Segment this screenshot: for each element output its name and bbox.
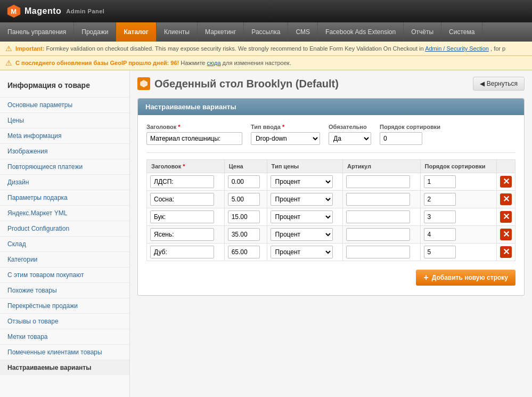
option-price-type-select[interactable]: Процент Фиксированная — [271, 246, 333, 258]
nav-item-reports[interactable]: Отчёты — [404, 22, 441, 42]
sidebar-item-gift[interactable]: Параметры подарка — [0, 190, 129, 205]
sidebar-item-wishlist[interactable]: Помеченные клиентами товары — [0, 344, 129, 360]
delete-icon: ✕ — [503, 213, 510, 221]
sort-input[interactable] — [380, 132, 422, 145]
form-separator — [146, 152, 515, 153]
nav-item-mailing[interactable]: Рассылка — [244, 22, 288, 42]
option-sort-input[interactable] — [424, 193, 456, 206]
nav-item-catalog[interactable]: Каталог — [116, 22, 157, 42]
required-select[interactable]: Да Нет — [329, 132, 371, 145]
option-title-input[interactable] — [150, 193, 214, 206]
nav-item-marketing[interactable]: Маркетинг — [198, 22, 244, 42]
option-title-input[interactable] — [150, 246, 214, 258]
back-label: Вернуться — [487, 80, 518, 87]
col-header-price-type: Тип цены — [267, 160, 342, 173]
delete-row-button[interactable]: ✕ — [500, 246, 512, 258]
sidebar-item-basics[interactable]: Основные параметры — [0, 97, 129, 112]
option-price-type-select[interactable]: Процент Фиксированная — [271, 175, 333, 188]
col-header-title: Заголовок * — [147, 160, 225, 173]
nav-item-sales[interactable]: Продажи — [74, 22, 116, 42]
alert-geoip-link[interactable]: сюда — [207, 60, 221, 66]
sidebar-item-custom-options[interactable]: Настраиваемые варианты — [0, 360, 129, 375]
option-sort-input[interactable] — [424, 246, 456, 258]
delete-row-button[interactable]: ✕ — [500, 211, 512, 223]
delete-row-button[interactable]: ✕ — [500, 176, 512, 188]
sidebar-item-tags[interactable]: Метки товара — [0, 329, 129, 344]
sidebar-item-crosssell[interactable]: Перекрёстные продажи — [0, 298, 129, 313]
info-icon: ⚠ — [5, 59, 12, 67]
sidebar-item-meta[interactable]: Meta информация — [0, 128, 129, 143]
option-price-type-select[interactable]: Процент Фиксированная — [271, 228, 333, 241]
option-sku-input[interactable] — [346, 175, 410, 188]
sidebar-item-reviews[interactable]: Отзывы о товаре — [0, 313, 129, 329]
sidebar-item-related[interactable]: Похожие товары — [0, 282, 129, 298]
sidebar-item-yandex[interactable]: Яндекс.Маркет YML — [0, 205, 129, 221]
option-price-input[interactable] — [228, 246, 260, 258]
sidebar-item-design[interactable]: Дизайн — [0, 174, 129, 190]
add-row-button[interactable]: + Добавить новую строку — [416, 270, 515, 286]
option-price-input[interactable] — [228, 175, 260, 188]
option-price-type-select[interactable]: Процент Фиксированная — [271, 210, 333, 223]
table-row: Процент Фиксированная ✕ — [147, 226, 515, 244]
option-price-input[interactable] — [228, 210, 260, 223]
add-row-label: Добавить новую строку — [432, 274, 508, 281]
delete-icon: ✕ — [503, 230, 510, 239]
table-row: Процент Фиксированная ✕ — [147, 191, 515, 208]
page-title: Обеденный стол Brooklyn (Default) — [137, 77, 339, 90]
alert-security-link[interactable]: Admin / Security Section — [425, 45, 489, 52]
alert-important-label: Important: — [15, 45, 44, 52]
top-header: M Magento Admin Panel — [0, 0, 532, 22]
title-field-group: Заголовок * — [146, 124, 242, 145]
required-field-group: Обязательно Да Нет — [329, 124, 371, 145]
option-sort-input[interactable] — [424, 210, 456, 223]
delete-icon: ✕ — [503, 248, 510, 256]
page-title-row: Обеденный стол Brooklyn (Default) ◀ Верн… — [137, 77, 525, 91]
options-table: Заголовок * Цена Тип цены Артикул Порядо… — [146, 159, 515, 261]
col-header-sort: Порядок сортировки — [420, 160, 496, 173]
sidebar-item-warehouse[interactable]: Склад — [0, 236, 129, 252]
sidebar-item-product-config[interactable]: Product Configuration — [0, 221, 129, 236]
sidebar-item-prices[interactable]: Цены — [0, 112, 129, 128]
alert-geoip-prefix: С последнего обновления базы GeoIP прошл… — [15, 60, 179, 66]
sidebar-title: Информация о товаре — [0, 76, 129, 97]
section-title: Настраиваемые варианты — [145, 103, 236, 111]
sidebar-item-categories[interactable]: Категории — [0, 252, 129, 267]
plus-icon: + — [423, 273, 428, 282]
title-input[interactable] — [146, 132, 242, 145]
option-title-input[interactable] — [150, 228, 214, 241]
nav-item-dashboard[interactable]: Панель управления — [0, 22, 74, 42]
table-row: Процент Фиксированная ✕ — [147, 244, 515, 261]
svg-text:M: M — [11, 7, 17, 15]
option-title-input[interactable] — [150, 210, 214, 223]
option-sku-input[interactable] — [346, 228, 410, 241]
option-price-type-select[interactable]: Процент Фиксированная — [271, 193, 333, 206]
type-select[interactable]: Drop-down Radio Buttons Checkbox Multipl… — [251, 132, 320, 145]
delete-icon: ✕ — [503, 195, 510, 204]
option-sort-input[interactable] — [424, 228, 456, 241]
nav-item-system[interactable]: Система — [441, 22, 482, 42]
option-sku-input[interactable] — [346, 193, 410, 206]
option-price-input[interactable] — [228, 228, 260, 241]
option-sort-input[interactable] — [424, 175, 456, 188]
sort-field-group: Порядок сортировки — [380, 124, 440, 145]
alert-security: ⚠ Important: Formkey validation on check… — [0, 42, 532, 56]
nav-item-facebook[interactable]: Facebook Ads Extension — [318, 22, 404, 42]
alert-security-suffix: , for p — [490, 45, 505, 52]
logo-admin: Admin Panel — [66, 8, 104, 14]
option-price-input[interactable] — [228, 193, 260, 206]
option-sku-input[interactable] — [346, 210, 410, 223]
sidebar-item-images[interactable]: Изображения — [0, 143, 129, 159]
nav-item-customers[interactable]: Клиенты — [157, 22, 198, 42]
delete-row-button[interactable]: ✕ — [500, 229, 512, 240]
sidebar-item-upsell[interactable]: С этим товаром покупают — [0, 267, 129, 282]
option-title-input[interactable] — [150, 175, 214, 188]
logo-title: Magento — [24, 6, 61, 16]
delete-row-button[interactable]: ✕ — [500, 193, 512, 205]
svg-marker-2 — [140, 80, 148, 87]
sidebar-item-recurring[interactable]: Повторяющиеся платежи — [0, 159, 129, 174]
title-field-label: Заголовок * — [146, 124, 242, 130]
back-button[interactable]: ◀ Вернуться — [473, 77, 525, 91]
warning-icon: ⚠ — [5, 44, 12, 53]
option-sku-input[interactable] — [346, 246, 410, 258]
nav-item-cms[interactable]: CMS — [288, 22, 318, 42]
